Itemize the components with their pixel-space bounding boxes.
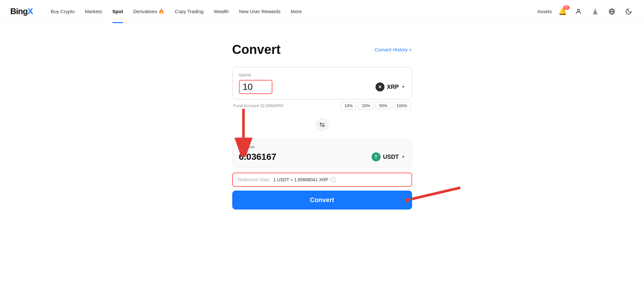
convert-history-link[interactable]: Convert History > bbox=[375, 47, 412, 52]
header: BingX Buy Crypto Markets Spot Derivative… bbox=[0, 0, 644, 23]
spend-row: ✕ XRP ▼ bbox=[239, 80, 405, 94]
nav-wealth[interactable]: Wealth bbox=[209, 0, 234, 23]
receive-box: Receive 6.036167 T USDT ▼ bbox=[232, 139, 412, 167]
pct-btn-20[interactable]: 20% bbox=[358, 102, 374, 109]
convert-wrapper: Convert Convert History > bbox=[232, 42, 412, 210]
nav-more[interactable]: More bbox=[286, 0, 307, 23]
notification-bell[interactable]: 🔔 57 bbox=[558, 7, 567, 16]
page-title: Convert bbox=[232, 42, 281, 57]
receive-amount: 6.036167 bbox=[239, 152, 277, 162]
pct-btn-100[interactable]: 100% bbox=[393, 102, 410, 109]
xrp-icon: ✕ bbox=[375, 82, 384, 91]
reference-rate-detail: 1 USDT ≈ 1.65668041 XRP bbox=[273, 177, 328, 182]
nav-markets[interactable]: Markets bbox=[80, 0, 107, 23]
logo[interactable]: BingX bbox=[10, 6, 33, 16]
nav-copy-trading[interactable]: Copy Trading bbox=[170, 0, 208, 23]
receive-currency-chevron: ▼ bbox=[401, 155, 405, 159]
user-profile-icon[interactable] bbox=[573, 6, 584, 17]
spend-input[interactable] bbox=[243, 82, 269, 92]
download-icon[interactable] bbox=[590, 6, 600, 17]
assets-button[interactable]: Assets bbox=[537, 9, 552, 14]
header-right: Assets 🔔 57 bbox=[537, 6, 634, 17]
nav-spot[interactable]: Spot bbox=[107, 0, 128, 23]
svg-point-0 bbox=[577, 9, 579, 11]
convert-button[interactable]: Convert bbox=[232, 191, 412, 210]
spend-label: Spend bbox=[239, 73, 405, 77]
receive-currency-selector[interactable]: T USDT ▼ bbox=[372, 152, 405, 161]
spend-box: Spend ✕ XRP ▼ bbox=[232, 67, 412, 99]
spend-currency-chevron: ▼ bbox=[401, 85, 405, 89]
reference-rate-label: Reference Rate bbox=[238, 177, 269, 182]
pct-btn-10[interactable]: 10% bbox=[341, 102, 356, 109]
red-arrow-button-annotation bbox=[406, 181, 463, 207]
nav-derivatives[interactable]: Derivatives 🔥 bbox=[128, 0, 170, 23]
usdt-icon: T bbox=[372, 152, 381, 161]
receive-currency-name: USDT bbox=[383, 154, 399, 160]
spend-input-wrapper bbox=[239, 80, 272, 94]
nav: Buy Crypto Markets Spot Derivatives 🔥 Co… bbox=[46, 0, 537, 23]
swap-area bbox=[232, 112, 412, 138]
annotation-area: Spend ✕ XRP ▼ Fund Account 32.0069XRP 10 bbox=[232, 67, 412, 210]
convert-header: Convert Convert History > bbox=[232, 42, 412, 57]
reference-rate-value bbox=[271, 177, 272, 182]
fund-account-text: Fund Account 32.0069XRP bbox=[234, 103, 284, 108]
notification-badge: 57 bbox=[563, 5, 569, 10]
main-content: Convert Convert History > bbox=[0, 23, 644, 210]
spend-currency-name: XRP bbox=[387, 84, 399, 90]
reference-rate-info-icon[interactable]: i bbox=[331, 177, 336, 182]
reference-rate-box: Reference Rate 1 USDT ≈ 1.65668041 XRP i bbox=[232, 173, 412, 187]
nav-new-user-rewards[interactable]: New User Rewards bbox=[234, 0, 286, 23]
nav-buy-crypto[interactable]: Buy Crypto bbox=[46, 0, 80, 23]
pct-btn-50[interactable]: 50% bbox=[375, 102, 391, 109]
percentage-buttons: 10% 20% 50% 100% bbox=[341, 102, 410, 109]
swap-button[interactable] bbox=[316, 118, 329, 131]
svg-line-7 bbox=[412, 188, 460, 199]
fund-row: Fund Account 32.0069XRP 10% 20% 50% 100% bbox=[232, 102, 412, 109]
receive-row: 6.036167 T USDT ▼ bbox=[239, 152, 405, 162]
dark-mode-icon[interactable] bbox=[623, 6, 634, 17]
globe-icon[interactable] bbox=[607, 6, 617, 17]
receive-label: Receive bbox=[239, 144, 405, 149]
spend-currency-selector[interactable]: ✕ XRP ▼ bbox=[375, 82, 405, 91]
